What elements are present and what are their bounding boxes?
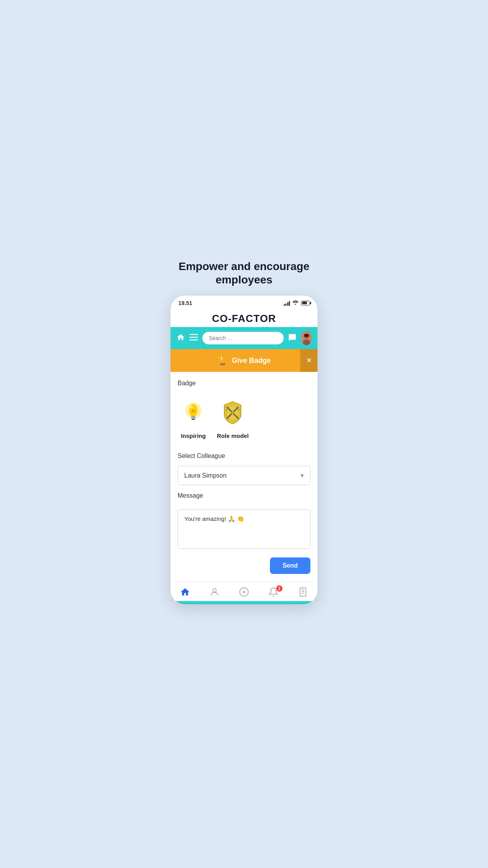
svg-point-5 — [303, 340, 310, 345]
search-input[interactable] — [202, 332, 284, 344]
status-icons — [284, 300, 310, 306]
badge-inspiring[interactable]: Inspiring — [178, 397, 209, 439]
notification-badge: 2 — [276, 585, 283, 592]
role-model-icon-wrap — [217, 397, 248, 428]
svg-point-18 — [231, 412, 234, 414]
send-row: Send — [178, 557, 310, 574]
svg-point-10 — [193, 410, 194, 412]
badge-section: Badge — [178, 380, 310, 443]
svg-point-19 — [213, 588, 216, 592]
bottom-nav-tasks[interactable] — [293, 587, 313, 597]
bottom-teal-accent — [171, 601, 317, 604]
battery-icon — [301, 301, 310, 305]
signal-bars-icon — [284, 300, 290, 306]
bottom-nav-add[interactable] — [234, 587, 254, 597]
colleague-dropdown[interactable]: Laura Simpson ▾ — [178, 466, 310, 485]
bottom-nav-home[interactable] — [175, 587, 195, 597]
svg-rect-23 — [300, 588, 306, 596]
bottom-nav-notifications[interactable]: 2 — [264, 587, 283, 597]
message-textarea[interactable]: You're amazing! 🙏 👏 — [178, 509, 310, 549]
status-bar: 19.51 — [171, 296, 317, 309]
colleague-label: Select Colleague — [178, 452, 310, 460]
main-content: Badge — [171, 372, 317, 582]
chat-icon[interactable] — [288, 333, 297, 343]
give-badge-header: 🏆 Give Badge ✕ — [171, 349, 317, 372]
home-nav-icon[interactable] — [176, 333, 185, 344]
wifi-icon — [292, 300, 299, 306]
svg-rect-13 — [192, 419, 195, 420]
status-time: 19.51 — [178, 300, 192, 306]
phone-frame: 19.51 — [171, 296, 317, 604]
inspiring-label: Inspiring — [181, 432, 205, 439]
top-nav — [171, 327, 317, 349]
bottom-nav-profile[interactable] — [205, 587, 224, 597]
badge-label: Badge — [178, 380, 310, 387]
page-tagline: Empower and encourage employees — [171, 260, 317, 286]
message-section: Message You're amazing! 🙏 👏 — [178, 492, 310, 550]
chevron-down-icon: ▾ — [301, 472, 304, 479]
trophy-icon: 🏆 — [217, 355, 228, 366]
app-title: CO-FACTOR — [171, 309, 317, 327]
close-icon: ✕ — [306, 356, 312, 365]
give-badge-text: 🏆 Give Badge — [217, 355, 271, 366]
role-model-label: Role model — [217, 432, 249, 439]
svg-rect-2 — [189, 339, 198, 340]
message-label: Message — [178, 492, 310, 499]
bottom-nav: 2 — [171, 582, 317, 601]
outer-wrapper: Empower and encourage employees 19.51 — [163, 248, 325, 620]
close-button[interactable]: ✕ — [300, 349, 317, 372]
svg-rect-11 — [191, 416, 195, 417]
svg-rect-1 — [189, 337, 198, 337]
svg-rect-0 — [189, 334, 198, 335]
badge-role-model[interactable]: Role model — [217, 397, 249, 439]
send-button[interactable]: Send — [270, 557, 310, 574]
inspiring-icon-wrap — [178, 397, 209, 428]
avatar[interactable] — [301, 331, 312, 345]
give-badge-label: Give Badge — [232, 357, 271, 365]
badge-options: Inspiring — [178, 393, 310, 443]
svg-rect-12 — [191, 417, 195, 419]
colleague-selected: Laura Simpson — [184, 472, 227, 479]
colleague-section: Select Colleague Laura Simpson ▾ — [178, 452, 310, 485]
menu-icon[interactable] — [189, 334, 199, 343]
